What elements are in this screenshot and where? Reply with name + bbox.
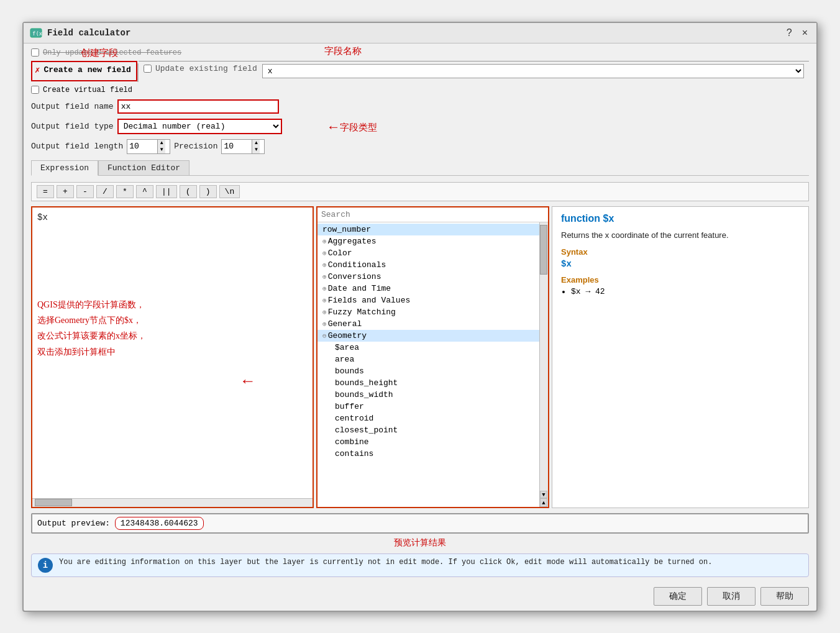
precision-input[interactable] [222,141,252,152]
create-field-checkmark: ✗ [35,65,40,75]
expression-textarea[interactable]: $x [32,207,313,498]
output-length-label: Output field length [31,142,123,151]
length-down-btn[interactable]: ▼ [158,147,165,153]
help-examples-list: $x → 42 [561,287,800,296]
update-selected-row: Only update 0 selected features [31,48,809,57]
update-field-header: Update existing field [144,64,257,73]
update-existing-select[interactable]: x [262,64,804,78]
info-bar: i You are editing information on this la… [31,553,809,577]
tree-item-conditionals[interactable]: ⊕Conditionals [317,259,548,271]
op-lparen[interactable]: ( [180,185,197,198]
precision-spinbox[interactable]: ▲ ▼ [221,139,265,154]
tree-item-combine[interactable]: combine [317,436,548,448]
help-panel: function $x Returns the x coordinate of … [552,206,809,508]
update-existing-label: Update existing field [155,64,257,73]
update-existing-checkbox[interactable] [144,65,152,73]
virtual-field-label: Create virtual field [43,86,132,94]
precision-down-btn[interactable]: ▼ [252,147,260,153]
info-icon: i [38,558,53,573]
tree-item-bounds[interactable]: bounds [317,365,548,377]
output-name-label: Output field name [31,102,114,111]
function-list-panel: row_number ⊕Aggregates ⊕Color ⊕Condition… [316,206,549,508]
operators-row: = + - / * ^ || ( ) \n [31,182,809,201]
tree-item-conversions[interactable]: ⊕Conversions [317,271,548,283]
tree-item-general[interactable]: ⊕General [317,318,548,330]
output-preview-label: Output preview: [37,519,110,528]
op-divide[interactable]: / [96,185,114,198]
precision-up-btn[interactable]: ▲ [252,140,260,147]
help-desc: Returns the x coordinate of the current … [561,229,800,242]
tree-item-fuzzy[interactable]: ⊕Fuzzy Matching [317,306,548,318]
tree-scrollbar[interactable]: ▼ ▲ [539,222,548,507]
hscroll-thumb [35,499,72,506]
op-multiply[interactable]: * [116,185,134,198]
preview-annotation: 预览计算结果 [31,537,809,549]
tree-item-buffer[interactable]: buffer [317,401,548,412]
virtual-field-checkbox[interactable] [31,86,39,94]
field-calculator-dialog: f(x) Field calculator ? × Only update 0 … [22,22,818,612]
main-content: $x QGIS提供的字段计算函数，选择Geometry节点下的$x，改公式计算该… [31,206,809,508]
length-precision-row: Output field length ▲ ▼ Precision ▲ ▼ [31,139,809,154]
help-syntax-label: Syntax [561,247,800,257]
field-type-annotation: ← 字段类型 [329,120,377,135]
output-name-row: Output field name [31,99,809,114]
app-icon: f(x) [30,27,42,39]
close-button[interactable]: × [800,27,810,39]
tree-item-closest_point[interactable]: closest_point [317,424,548,436]
op-minus[interactable]: - [76,185,94,198]
create-field-label: Create a new field [43,65,130,75]
output-preview-row: Output preview: 12348438.6044623 [31,513,809,534]
tree-item-contains[interactable]: contains [317,448,548,460]
update-selected-checkbox[interactable] [31,48,39,57]
help-button[interactable]: ? [784,27,795,39]
tree-item-geometry[interactable]: ⊖Geometry [317,330,548,342]
tree-item-area[interactable]: $area [317,342,548,353]
bottom-buttons: 确定 取消 帮助 [31,585,809,606]
title-controls: ? × [784,27,810,39]
title-bar: f(x) Field calculator ? × [24,23,816,43]
tree-scroll-thumb [540,225,547,275]
tabs-row: Expression Function Editor [31,160,809,176]
help-syntax-value: $x [561,259,800,269]
output-preview-value: 12348438.6044623 [115,517,204,530]
precision-label: Precision [174,142,217,151]
op-concat[interactable]: || [156,185,177,198]
help-example-1: $x → 42 [571,287,800,296]
tree-item-fields[interactable]: ⊕Fields and Values [317,294,548,306]
op-newline[interactable]: \n [219,185,240,198]
create-field-section: ✗ Create a new field [31,61,137,81]
help-dialog-button[interactable]: 帮助 [760,587,809,606]
tree-item-row_number[interactable]: row_number [317,224,548,235]
op-rparen[interactable]: ) [199,185,217,198]
tree-item-centroid[interactable]: centroid [317,412,548,424]
scroll-down-arrow[interactable]: ▼ [540,491,547,498]
dialog-body: Only update 0 selected features ✗ Create… [24,43,816,611]
virtual-field-row: Create virtual field [31,86,809,94]
tree-item-datetime[interactable]: ⊕Date and Time [317,283,548,294]
tree-item-area2[interactable]: area [317,353,548,365]
cancel-button[interactable]: 取消 [707,587,756,606]
tree-item-bounds_width[interactable]: bounds_width [317,389,548,401]
output-name-input[interactable] [117,99,279,114]
length-up-btn[interactable]: ▲ [158,140,165,147]
help-title: function $x [561,213,800,224]
length-spinbox[interactable]: ▲ ▼ [127,139,170,154]
op-equals[interactable]: = [37,185,54,198]
op-plus[interactable]: + [57,185,74,198]
expression-hscroll[interactable] [32,498,313,507]
function-search[interactable] [317,207,548,222]
tree-item-bounds_height[interactable]: bounds_height [317,377,548,389]
tree-item-aggregates[interactable]: ⊕Aggregates [317,235,548,247]
confirm-button[interactable]: 确定 [654,587,702,606]
scroll-up-arrow[interactable]: ▲ [540,498,547,507]
info-message: You are editing information on this laye… [59,558,712,567]
tab-expression[interactable]: Expression [31,160,98,176]
tree-item-color[interactable]: ⊕Color [317,247,548,259]
length-input[interactable] [127,141,157,152]
help-examples-label: Examples [561,275,800,285]
update-selected-label: Only update 0 selected features [43,48,181,57]
create-field-header: ✗ Create a new field [35,65,131,75]
tab-function-editor[interactable]: Function Editor [98,160,189,175]
output-type-select[interactable]: Decimal number (real) [117,119,282,134]
op-caret[interactable]: ^ [136,185,153,198]
